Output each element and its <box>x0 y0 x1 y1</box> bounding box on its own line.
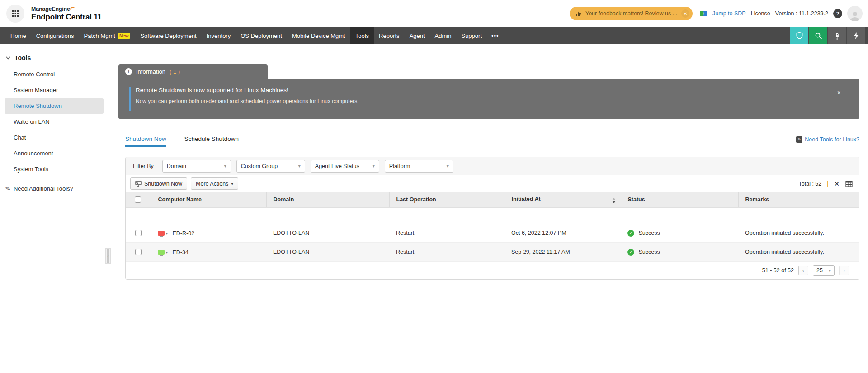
avatar[interactable] <box>847 6 863 21</box>
need-additional-tools-link[interactable]: ✎ Need Additional Tools? <box>5 185 108 192</box>
row-checkbox[interactable] <box>135 230 142 236</box>
nav-item-os-deployment[interactable]: OS Deployment <box>236 27 287 44</box>
sdp-icon <box>699 9 708 18</box>
nav-item-home[interactable]: Home <box>5 27 31 44</box>
feedback-banner[interactable]: Your feedback matters! Review us ... ✕ <box>570 7 693 20</box>
shutdown-now-button[interactable]: Shutdown Now <box>130 177 187 190</box>
need-additional-tools-label: Need Additional Tools? <box>14 185 73 192</box>
monitor-power-icon <box>135 181 142 186</box>
sort-toggle-icon[interactable] <box>612 198 616 203</box>
nav-item-tools[interactable]: Tools <box>350 27 374 44</box>
nav-more-menu[interactable]: ••• <box>487 27 504 44</box>
more-actions-button[interactable]: More Actions ▾ <box>191 177 238 190</box>
column-header-initiated-at[interactable]: Initiated At <box>505 192 621 207</box>
select-all-checkbox[interactable] <box>135 196 141 203</box>
sidebar-item-remote-shutdown[interactable]: Remote Shutdown <box>5 98 104 114</box>
chevron-down-icon <box>6 56 10 60</box>
clear-selection-icon[interactable]: ✕ <box>834 181 840 187</box>
tab-strip: Shutdown Now Schedule Shutdown ✎ Need To… <box>125 132 859 147</box>
main-navigation: Home Configurations Patch Mgmt New Softw… <box>0 27 868 44</box>
search-button[interactable] <box>809 27 827 44</box>
column-header-status[interactable]: Status <box>621 192 738 207</box>
brand-text: ManageEngine <box>31 6 70 12</box>
sidebar-item-system-tools[interactable]: System Tools <box>5 162 104 177</box>
pencil-icon: ✎ <box>796 136 802 143</box>
platform-filter-value: Platform <box>389 163 410 169</box>
nav-item-inventory[interactable]: Inventory <box>202 27 236 44</box>
thumbs-up-icon <box>576 11 581 17</box>
filter-bar: Filter By : Domain ▾ Custom Group ▾ Agen… <box>126 157 859 175</box>
information-title: Remote Shutdown is now supported for Lin… <box>118 79 859 93</box>
computer-name: ED-34 <box>173 249 189 255</box>
license-link[interactable]: License <box>751 10 770 17</box>
tab-schedule-shutdown[interactable]: Schedule Shutdown <box>184 135 239 147</box>
sidebar: Tools Remote Control System Manager Remo… <box>0 44 108 373</box>
agent-live-status-filter-dropdown[interactable]: Agent Live Status ▾ <box>311 160 379 173</box>
feedback-text: Your feedback matters! Review us ... <box>585 10 677 17</box>
help-icon[interactable]: ? <box>833 9 842 18</box>
information-close-button[interactable]: x <box>838 89 841 96</box>
initiated-at-cell: Sep 29, 2022 11:17 AM <box>505 242 621 261</box>
status-badge: Success <box>638 230 660 236</box>
shield-icon <box>796 32 803 40</box>
top-header: ManageEngine Endpoint Central 11 Your fe… <box>0 0 868 27</box>
sidebar-item-wake-on-lan[interactable]: Wake on LAN <box>5 114 104 130</box>
sidebar-item-remote-control[interactable]: Remote Control <box>5 67 104 82</box>
filter-by-label: Filter By : <box>133 163 157 169</box>
previous-page-button[interactable]: ‹ <box>798 266 808 275</box>
shutdown-table: Computer Name Domain Last Operation Init… <box>126 192 859 262</box>
information-tab-label: Information <box>136 68 165 75</box>
nav-item-software-deployment[interactable]: Software Deployment <box>135 27 201 44</box>
security-shield-button[interactable] <box>790 27 808 44</box>
whats-new-button[interactable] <box>828 27 846 44</box>
lightning-icon <box>853 32 859 40</box>
nav-item-patch-mgmt[interactable]: Patch Mgmt New <box>79 27 136 44</box>
sidebar-item-chat[interactable]: Chat <box>5 130 104 145</box>
app-grid-button[interactable] <box>6 5 24 23</box>
custom-group-filter-dropdown[interactable]: Custom Group ▾ <box>236 160 305 173</box>
sidebar-item-announcement[interactable]: Announcement <box>5 146 104 161</box>
nav-item-reports[interactable]: Reports <box>374 27 405 44</box>
need-tools-for-linux-label: Need Tools for Linux? <box>805 136 859 143</box>
select-all-header <box>126 192 151 207</box>
column-header-computer-name[interactable]: Computer Name <box>151 192 266 207</box>
need-tools-for-linux-link[interactable]: ✎ Need Tools for Linux? <box>796 136 859 147</box>
nav-item-support[interactable]: Support <box>456 27 487 44</box>
nav-item-mobile-device-mgmt[interactable]: Mobile Device Mgmt <box>287 27 350 44</box>
quick-actions-button[interactable] <box>847 27 865 44</box>
computer-status-menu[interactable]: ▾ <box>158 231 168 236</box>
jump-to-sdp-link[interactable]: Jump to SDP <box>712 10 746 17</box>
user-silhouette-icon <box>849 10 861 21</box>
column-chooser-button[interactable] <box>845 181 853 187</box>
column-header-last-operation[interactable]: Last Operation <box>389 192 505 207</box>
tab-shutdown-now[interactable]: Shutdown Now <box>125 135 166 147</box>
domain-filter-dropdown[interactable]: Domain ▾ <box>162 160 231 173</box>
product-title: Endpoint Central 11 <box>31 13 102 22</box>
nav-item-configurations[interactable]: Configurations <box>31 27 79 44</box>
table-row: ▾ ED-R-02 EDOTTO-LAN Restart Oct 6, 2022… <box>126 224 859 242</box>
nav-item-admin[interactable]: Admin <box>430 27 457 44</box>
remarks-cell: Operation initiated successfully. <box>738 224 859 242</box>
page-size-dropdown[interactable]: 25 ▾ <box>813 265 835 276</box>
information-tab[interactable]: i Information ( 1 ) <box>118 64 268 79</box>
info-icon: i <box>125 68 132 75</box>
nav-item-agent[interactable]: Agent <box>405 27 430 44</box>
column-header-domain[interactable]: Domain <box>266 192 389 207</box>
pagination-range-label: 51 - 52 of 52 <box>762 267 794 274</box>
sidebar-collapse-handle[interactable]: ‹ <box>105 248 111 264</box>
success-check-icon: ✓ <box>627 230 634 237</box>
sidebar-section-label: Tools <box>14 54 31 61</box>
computer-status-menu[interactable]: ▾ <box>158 250 168 255</box>
domain-cell: EDOTTO-LAN <box>266 224 389 242</box>
column-header-remarks[interactable]: Remarks <box>738 192 859 207</box>
next-page-button[interactable]: › <box>839 266 849 275</box>
row-checkbox[interactable] <box>135 249 142 255</box>
initiated-at-cell: Oct 6, 2022 12:07 PM <box>505 224 621 242</box>
sidebar-section-tools[interactable]: Tools <box>0 54 108 61</box>
agent-live-status-filter-value: Agent Live Status <box>315 163 359 169</box>
feedback-close-button[interactable]: ✕ <box>681 9 689 18</box>
platform-filter-dropdown[interactable]: Platform ▾ <box>385 160 453 173</box>
sidebar-item-system-manager[interactable]: System Manager <box>5 83 104 98</box>
domain-cell: EDOTTO-LAN <box>266 242 389 261</box>
brand-area: ManageEngine Endpoint Central 11 <box>6 5 102 23</box>
